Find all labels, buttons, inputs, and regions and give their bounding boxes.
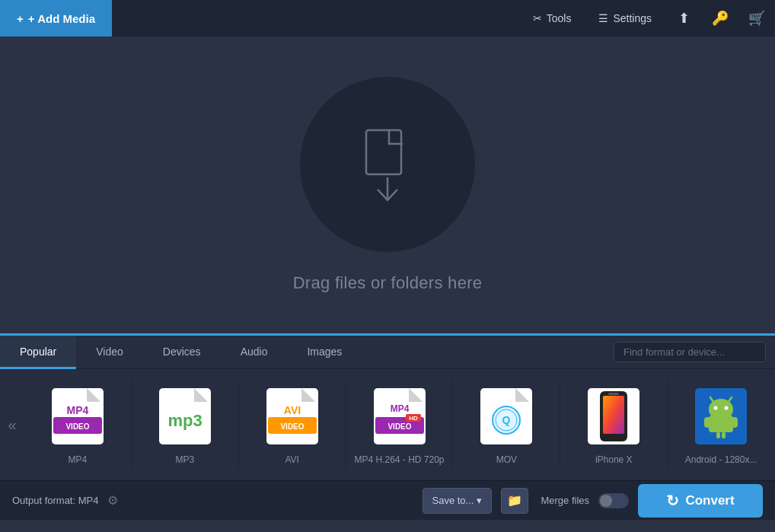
share-button[interactable]: ⬆ <box>665 0 702 37</box>
format-section: Popular Video Devices Audio Images « <box>0 333 775 480</box>
folder-icon: 📁 <box>507 493 522 508</box>
svg-rect-32 <box>608 393 619 395</box>
output-format-label: Output format: MP4 <box>12 495 98 506</box>
svg-point-35 <box>714 406 718 410</box>
merge-files-toggle[interactable] <box>598 493 629 508</box>
file-drop-icon <box>349 123 426 206</box>
iphonex-icon <box>583 386 644 447</box>
merge-files-label: Merge files <box>541 495 589 506</box>
svg-rect-0 <box>366 130 401 174</box>
iphonex-file-icon <box>586 387 641 446</box>
avi-file-icon: VIDEO AVI <box>265 387 320 446</box>
save-to-button[interactable]: Save to... ▾ <box>423 488 493 514</box>
format-item-avi[interactable]: VIDEO AVI AVI <box>239 380 346 470</box>
folder-button[interactable]: 📁 <box>501 488 528 514</box>
avi-label: AVI <box>285 454 298 465</box>
format-search-input[interactable] <box>614 342 766 362</box>
settings-label: Settings <box>613 12 652 24</box>
format-item-mp4[interactable]: VIDEO MP4 MP4 <box>24 380 132 470</box>
add-media-label: + Add Media <box>28 12 95 25</box>
output-settings-button[interactable]: ⚙ <box>107 493 118 508</box>
svg-rect-2 <box>52 388 104 444</box>
svg-text:VIDEO: VIDEO <box>280 422 304 431</box>
drop-zone[interactable]: Drag files or folders here <box>0 37 775 333</box>
svg-text:AVI: AVI <box>283 404 300 416</box>
mp4hd-file-icon: VIDEO MP4 HD <box>372 387 427 446</box>
mov-file-icon: Q <box>479 387 534 446</box>
settings-button[interactable]: ☰ Settings <box>585 0 665 37</box>
add-media-button[interactable]: + + Add Media <box>0 0 112 37</box>
svg-text:Q: Q <box>502 414 511 426</box>
format-item-mp4hd[interactable]: VIDEO MP4 HD MP4 H.264 - HD 720p <box>346 380 454 470</box>
mp4-icon: VIDEO MP4 <box>47 386 108 447</box>
svg-text:MP4: MP4 <box>67 404 89 416</box>
tab-video[interactable]: Video <box>76 336 143 369</box>
scroll-left-button[interactable]: « <box>0 375 24 474</box>
search-icon: 🔑 <box>712 10 729 27</box>
drop-zone-text: Drag files or folders here <box>293 273 483 293</box>
format-item-mov[interactable]: Q MOV <box>453 380 560 470</box>
svg-rect-39 <box>709 416 733 432</box>
mp4hd-icon: VIDEO MP4 HD <box>369 386 430 447</box>
svg-text:MP4: MP4 <box>390 403 409 414</box>
svg-text:HD: HD <box>409 415 418 422</box>
mov-label: MOV <box>496 454 517 465</box>
cart-icon: 🛒 <box>748 10 765 27</box>
scroll-left-icon: « <box>8 416 16 434</box>
search-button[interactable]: 🔑 <box>702 0 738 37</box>
svg-rect-42 <box>716 432 720 438</box>
svg-rect-41 <box>732 417 738 428</box>
svg-text:VIDEO: VIDEO <box>65 422 89 431</box>
share-icon: ⬆ <box>678 10 690 27</box>
mp3-icon: mp3 <box>155 386 215 447</box>
bottom-bar: Output format: MP4 ⚙ Save to... ▾ 📁 Merg… <box>0 480 775 520</box>
format-item-mp3[interactable]: mp3 MP3 <box>132 380 239 470</box>
format-item-android[interactable]: Android - 1280x... <box>668 380 775 470</box>
format-item-iphonex[interactable]: iPhone X <box>560 380 668 470</box>
format-list: « VIDEO MP4 MP4 <box>0 369 775 480</box>
convert-label: Convert <box>685 493 734 508</box>
tab-popular[interactable]: Popular <box>0 336 76 369</box>
convert-button[interactable]: ↻ Convert <box>638 484 763 518</box>
tab-devices[interactable]: Devices <box>143 336 221 369</box>
tabs-row: Popular Video Devices Audio Images <box>0 336 775 369</box>
mov-icon: Q <box>476 386 537 447</box>
mp4-label: MP4 <box>69 454 88 465</box>
mp3-label: MP3 <box>175 454 194 465</box>
tab-images[interactable]: Images <box>287 336 362 369</box>
svg-rect-43 <box>722 432 726 438</box>
android-file-icon <box>694 387 748 446</box>
save-to-chevron-icon: ▾ <box>477 495 482 506</box>
iphonex-label: iPhone X <box>595 454 633 465</box>
top-bar: + + Add Media ✂ Tools ☰ Settings ⬆ 🔑 🛒 <box>0 0 775 37</box>
mp3-file-icon: mp3 <box>158 387 212 446</box>
svg-text:VIDEO: VIDEO <box>388 422 411 431</box>
cart-button[interactable]: 🛒 <box>738 0 775 37</box>
format-items-container: VIDEO MP4 MP4 mp3 MP3 <box>24 380 775 470</box>
tab-audio[interactable]: Audio <box>221 336 288 369</box>
svg-text:mp3: mp3 <box>167 411 202 430</box>
save-to-label: Save to... <box>432 495 474 506</box>
svg-rect-31 <box>603 396 624 434</box>
drop-circle <box>300 77 475 252</box>
convert-icon: ↻ <box>666 492 679 510</box>
svg-rect-40 <box>704 417 710 428</box>
svg-point-36 <box>725 406 729 410</box>
plus-icon: + <box>17 12 24 25</box>
tools-icon: ✂ <box>533 12 542 24</box>
svg-rect-10 <box>266 388 318 444</box>
gear-icon: ⚙ <box>107 493 118 508</box>
android-icon <box>690 386 751 447</box>
mp4-file-icon: VIDEO MP4 <box>50 387 105 446</box>
android-label: Android - 1280x... <box>685 454 757 465</box>
tools-button[interactable]: ✂ Tools <box>519 0 585 37</box>
tools-label: Tools <box>547 12 572 24</box>
mp4hd-label: MP4 H.264 - HD 720p <box>354 454 444 465</box>
toggle-knob <box>600 495 612 507</box>
avi-icon: VIDEO AVI <box>262 386 323 447</box>
settings-menu-icon: ☰ <box>598 12 608 24</box>
